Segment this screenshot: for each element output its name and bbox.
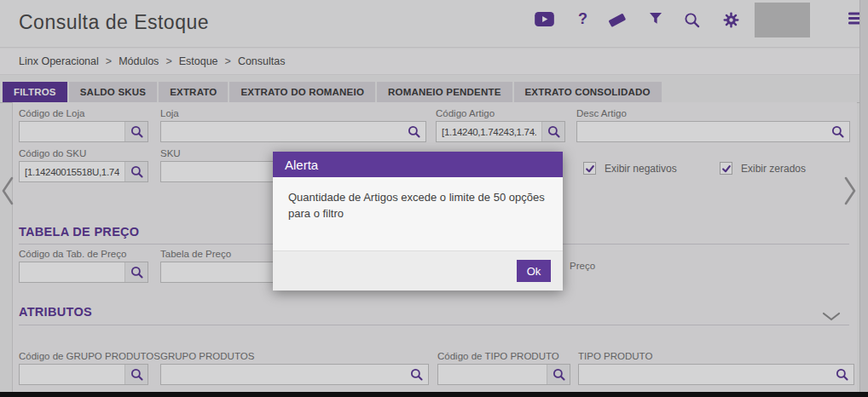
alert-dialog-title: Alerta [273,152,563,177]
ok-button[interactable]: Ok [517,260,551,282]
alert-dialog-footer: Ok [273,251,563,291]
alert-dialog-message: Quantidade de Artigos excede o limite de… [273,177,563,251]
alert-dialog: Alerta Quantidade de Artigos excede o li… [273,152,563,291]
app-window: Consulta de Estoque ? [0,0,868,397]
